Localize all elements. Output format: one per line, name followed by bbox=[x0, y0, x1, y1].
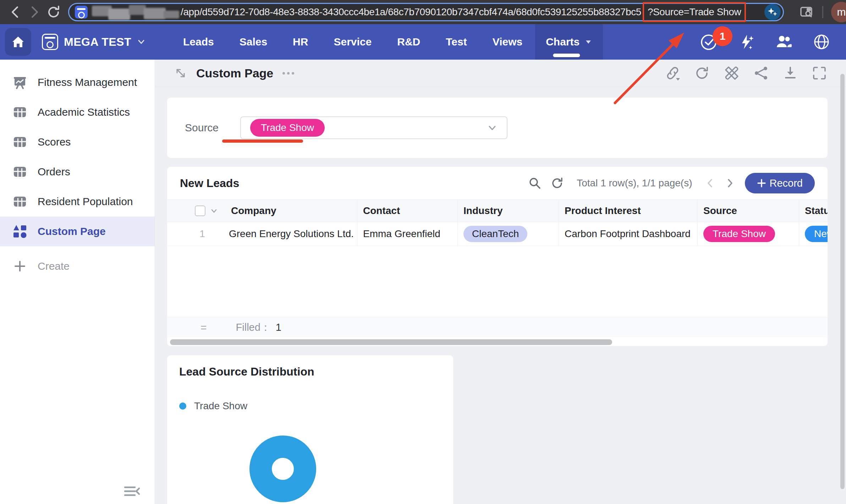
chart-title: Lead Source Distribution bbox=[179, 365, 453, 378]
table-header-row: Company Contact Industry Product Interes… bbox=[167, 199, 828, 222]
table-row[interactable]: 1 Green Energy Solutions Ltd. Emma Green… bbox=[167, 222, 828, 246]
screen: /app/d559d712-70d8-48e3-8838-3430ccc4be1… bbox=[0, 0, 846, 504]
search-icon[interactable] bbox=[528, 177, 541, 190]
column-header-product-interest[interactable]: Product Interest bbox=[559, 200, 698, 222]
chevron-down-icon[interactable] bbox=[210, 207, 218, 215]
legend-dot bbox=[179, 402, 186, 410]
sidebar-item-label: Fitness Management bbox=[38, 76, 137, 88]
column-header-company[interactable]: Company bbox=[167, 200, 357, 222]
sidebar-item-fitness-management[interactable]: Fitness Management bbox=[0, 67, 155, 97]
nav-tab-rd[interactable]: R&D bbox=[384, 24, 433, 60]
source-value-tag: Trade Show bbox=[250, 119, 325, 137]
browser-profile-avatar[interactable]: m bbox=[831, 2, 846, 22]
refresh-icon[interactable] bbox=[551, 177, 564, 190]
column-header-status[interactable]: Status bbox=[799, 200, 828, 222]
sidebar-collapse-icon[interactable] bbox=[123, 484, 141, 498]
page-actions bbox=[665, 65, 827, 81]
browser-forward-icon[interactable] bbox=[25, 2, 44, 22]
design-tools-icon[interactable] bbox=[724, 65, 740, 81]
download-icon[interactable] bbox=[783, 66, 798, 81]
url-bar[interactable]: /app/d559d712-70d8-48e3-8838-3430ccc4be1… bbox=[68, 3, 784, 21]
source-select[interactable]: Trade Show bbox=[240, 116, 507, 139]
app-icon bbox=[42, 34, 58, 50]
main-area: Custom Page bbox=[155, 60, 846, 504]
globe-icon[interactable] bbox=[813, 33, 830, 51]
sidebar-item-label: Academic Statistics bbox=[38, 106, 130, 118]
source-filter-label: Source bbox=[185, 122, 217, 134]
refresh-icon[interactable] bbox=[695, 66, 710, 81]
nav-tab-leads[interactable]: Leads bbox=[170, 24, 227, 60]
column-header-industry[interactable]: Industry bbox=[458, 200, 559, 222]
add-record-button[interactable]: Record bbox=[745, 173, 815, 193]
sidebar-create-button[interactable]: Create bbox=[0, 251, 155, 281]
page-next-icon[interactable] bbox=[725, 178, 735, 188]
ai-lens-button[interactable] bbox=[764, 4, 781, 20]
pagination-summary: Total 1 row(s), 1/1 page(s) bbox=[577, 177, 692, 189]
sidebar-item-scores[interactable]: Scores bbox=[0, 127, 155, 157]
app-nav-bar: MEGA TEST Leads Sales HR Service R&D Tes… bbox=[0, 24, 846, 60]
chevron-down-icon bbox=[584, 38, 592, 46]
cell-company: Green Energy Solutions Ltd. bbox=[229, 228, 354, 240]
formula-icon[interactable]: = bbox=[200, 322, 207, 334]
sidebar-item-label: Scores bbox=[38, 136, 71, 148]
automation-icon[interactable] bbox=[737, 33, 755, 51]
blurred-domain bbox=[92, 4, 181, 20]
new-leads-title: New Leads bbox=[180, 177, 239, 190]
chart-legend[interactable]: Trade Show bbox=[179, 400, 453, 412]
nav-tab-charts[interactable]: Charts bbox=[535, 24, 603, 60]
cell-product-interest: Carbon Footprint Dashboard bbox=[559, 222, 698, 246]
browser-reload-icon[interactable] bbox=[44, 2, 63, 22]
sidebar-item-label: Orders bbox=[38, 166, 70, 178]
url-query: ?Source=Trade Show bbox=[648, 6, 741, 18]
expand-diagonal-icon[interactable] bbox=[174, 67, 187, 80]
home-button[interactable] bbox=[5, 28, 31, 56]
nav-tabs: Leads Sales HR Service R&D Test Views Ch… bbox=[170, 24, 603, 60]
tasks-check-icon[interactable]: 1 bbox=[700, 33, 718, 51]
url-query-highlight-box: ?Source=Trade Show bbox=[643, 2, 746, 22]
active-tab-indicator bbox=[553, 54, 580, 57]
annotation-underline bbox=[222, 139, 303, 143]
nav-tab-service[interactable]: Service bbox=[321, 24, 384, 60]
donut-chart[interactable] bbox=[249, 435, 316, 502]
fullscreen-icon[interactable] bbox=[812, 66, 827, 81]
share-icon[interactable] bbox=[754, 66, 769, 81]
page-header: Custom Page bbox=[155, 60, 846, 87]
cell-contact: Emma Greenfield bbox=[357, 222, 458, 246]
page-prev-icon[interactable] bbox=[705, 178, 715, 188]
add-record-label: Record bbox=[770, 177, 803, 189]
notification-badge[interactable]: 1 bbox=[713, 26, 732, 46]
cell-source-tag: Trade Show bbox=[703, 226, 775, 242]
browser-back-icon[interactable] bbox=[6, 2, 25, 22]
extension-icon[interactable] bbox=[75, 6, 88, 18]
filled-label: Filled： bbox=[236, 321, 271, 335]
sidebar: Fitness Management Academic Statistics bbox=[0, 60, 155, 504]
reading-mode-icon[interactable] bbox=[799, 4, 814, 20]
horizontal-scrollbar[interactable] bbox=[167, 339, 828, 345]
more-options-icon[interactable] bbox=[282, 72, 294, 75]
page-title: Custom Page bbox=[196, 66, 273, 80]
chevron-down-icon bbox=[487, 122, 498, 133]
chart-card: Lead Source Distribution Trade Show bbox=[167, 355, 453, 504]
sidebar-item-label: Custom Page bbox=[38, 225, 106, 237]
members-icon[interactable] bbox=[774, 32, 793, 51]
nav-tab-sales[interactable]: Sales bbox=[227, 24, 280, 60]
column-header-source[interactable]: Source bbox=[698, 200, 799, 222]
vertical-scrollbar[interactable] bbox=[840, 74, 845, 489]
workspace-switcher[interactable]: MEGA TEST bbox=[42, 34, 145, 50]
nav-tab-views[interactable]: Views bbox=[480, 24, 535, 60]
sidebar-item-custom-page[interactable]: Custom Page bbox=[0, 217, 155, 246]
scrollbar-thumb[interactable] bbox=[170, 339, 612, 345]
new-leads-header: New Leads bbox=[167, 167, 828, 199]
select-all-checkbox[interactable] bbox=[195, 206, 205, 216]
plus-icon bbox=[757, 179, 766, 188]
sidebar-item-resident-population[interactable]: Resident Population bbox=[0, 187, 155, 217]
create-label: Create bbox=[38, 260, 70, 272]
sidebar-item-orders[interactable]: Orders bbox=[0, 157, 155, 187]
sidebar-item-label: Resident Population bbox=[38, 196, 133, 208]
table-icon bbox=[13, 135, 27, 149]
nav-tab-test[interactable]: Test bbox=[433, 24, 479, 60]
column-header-contact[interactable]: Contact bbox=[357, 200, 458, 222]
sidebar-item-academic-statistics[interactable]: Academic Statistics bbox=[0, 97, 155, 127]
link-icon[interactable] bbox=[665, 65, 681, 81]
nav-tab-hr[interactable]: HR bbox=[280, 24, 321, 60]
